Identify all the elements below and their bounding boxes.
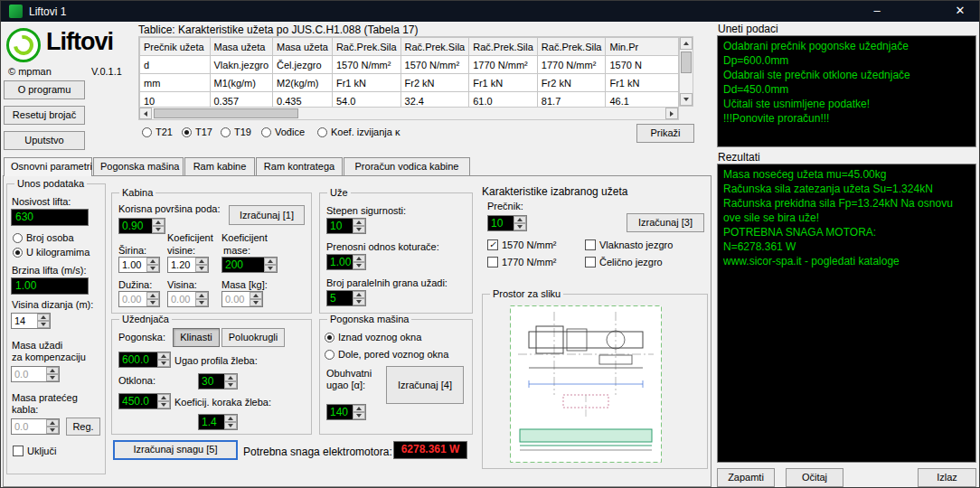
nosivost-field[interactable]: 630 bbox=[11, 209, 89, 226]
spin-up-icon[interactable] bbox=[157, 352, 170, 360]
spinner-buttons[interactable] bbox=[157, 394, 170, 408]
checkbox-celicno-jezgro[interactable]: Čelično jezgro bbox=[585, 257, 663, 267]
spin-down-icon[interactable] bbox=[37, 321, 50, 328]
spinner-buttons[interactable] bbox=[353, 219, 365, 233]
spin-down-icon[interactable] bbox=[46, 374, 59, 381]
load-button[interactable]: Očitaj bbox=[786, 468, 843, 487]
spin-down-icon[interactable] bbox=[353, 262, 365, 269]
visina-dizanja-spinner[interactable]: 14 bbox=[11, 313, 51, 329]
reg-button[interactable]: Reg. bbox=[66, 418, 100, 436]
spin-down-icon[interactable] bbox=[353, 412, 365, 419]
visina-spinner[interactable]: 0.00 bbox=[167, 291, 209, 307]
spin-down-icon[interactable] bbox=[152, 226, 165, 233]
spin-up-icon[interactable] bbox=[146, 258, 159, 265]
reset-counter-button[interactable]: Resetuj brojač bbox=[4, 106, 85, 125]
scroll-right-icon[interactable] bbox=[665, 108, 678, 119]
spinner-buttons[interactable] bbox=[37, 314, 50, 328]
obuhvatni-ugao-spinner[interactable]: 140 bbox=[326, 404, 366, 420]
spin-up-icon[interactable] bbox=[264, 258, 277, 265]
spinner-buttons[interactable] bbox=[224, 415, 237, 429]
spin-up-icon[interactable] bbox=[353, 255, 365, 262]
spinner-buttons[interactable] bbox=[195, 292, 208, 306]
radio-broj-osoba[interactable]: Broj osoba bbox=[13, 232, 74, 243]
spin-up-icon[interactable] bbox=[353, 405, 365, 412]
spinner-buttons[interactable] bbox=[250, 292, 262, 306]
tab-osnovni-parametri[interactable]: Osnovni parametri bbox=[4, 157, 92, 176]
korisna-povrsina-spinner[interactable]: 0.90 bbox=[118, 218, 165, 234]
spinner-buttons[interactable] bbox=[264, 258, 277, 272]
precnik-spinner[interactable]: 10 bbox=[487, 215, 527, 231]
pogonska-precnik-spinner[interactable]: 600.0 bbox=[118, 352, 171, 368]
tab-proracun-vodica[interactable]: Proračun vodica kabine bbox=[344, 157, 470, 175]
spin-up-icon[interactable] bbox=[152, 219, 165, 226]
checkbox-vlaknasto-jezgro[interactable]: Vlaknasto jezgro bbox=[585, 239, 673, 250]
radio-t19[interactable]: T19 bbox=[221, 127, 251, 137]
spinner-buttons[interactable] bbox=[46, 419, 59, 434]
spinner-buttons[interactable] bbox=[353, 405, 365, 419]
tab-pogonska-masina[interactable]: Pogonska mašina bbox=[93, 157, 184, 175]
spin-down-icon[interactable] bbox=[224, 381, 237, 389]
izracunaj-1-button[interactable]: Izračunaj [1] bbox=[229, 205, 305, 225]
klinasti-button[interactable]: Klinasti bbox=[173, 328, 220, 347]
spinner-buttons[interactable] bbox=[146, 258, 159, 272]
spin-down-icon[interactable] bbox=[353, 226, 365, 233]
radio-dole-pored[interactable]: Dole, pored voznog okna bbox=[325, 349, 448, 360]
izracunaj-3-button[interactable]: Izračunaj [3] bbox=[627, 213, 704, 232]
sirina-spinner[interactable]: 1.00 bbox=[118, 257, 160, 273]
spin-up-icon[interactable] bbox=[37, 314, 50, 321]
koef-koraka-spinner[interactable]: 1.4 bbox=[198, 414, 238, 430]
show-table-button[interactable]: Prikaži bbox=[636, 124, 694, 143]
scroll-up-icon[interactable] bbox=[680, 37, 693, 50]
radio-koef-izvijanja[interactable]: Koef. izvijanja κ bbox=[317, 127, 400, 137]
spin-down-icon[interactable] bbox=[224, 422, 237, 429]
izracunaj-snagu-button[interactable]: Izračunaj snagu [5] bbox=[113, 440, 238, 460]
spin-up-icon[interactable] bbox=[46, 367, 59, 374]
stepen-sigurnosti-spinner[interactable]: 10 bbox=[326, 218, 366, 234]
spin-down-icon[interactable] bbox=[195, 265, 208, 272]
otklona-spinner[interactable]: 450.0 bbox=[118, 393, 171, 409]
save-button[interactable]: Zapamti bbox=[717, 468, 775, 487]
koef-mase-spinner[interactable]: 200 bbox=[221, 257, 278, 273]
spin-down-icon[interactable] bbox=[146, 265, 159, 272]
checkbox-1570[interactable]: ✓1570 N/mm² bbox=[487, 239, 557, 250]
koef-visine-spinner[interactable]: 1.20 bbox=[167, 257, 209, 273]
spin-up-icon[interactable] bbox=[46, 419, 59, 427]
masa-spinner[interactable]: 0.00 bbox=[221, 291, 263, 307]
spin-up-icon[interactable] bbox=[157, 394, 170, 401]
spinner-buttons[interactable] bbox=[195, 258, 208, 272]
spin-down-icon[interactable] bbox=[514, 223, 526, 230]
rope-table-scroll-area[interactable]: Prečnik užeta Masa užeta Masa užeta Rač.… bbox=[138, 36, 679, 107]
spinner-buttons[interactable] bbox=[46, 367, 59, 381]
broj-grana-spinner[interactable]: 5 bbox=[326, 290, 366, 306]
minimize-button[interactable]: – bbox=[856, 1, 898, 22]
spinner-buttons[interactable] bbox=[157, 352, 170, 367]
spin-down-icon[interactable] bbox=[46, 427, 59, 434]
radio-u-kilogramima[interactable]: U kilogramima bbox=[13, 247, 90, 258]
spin-down-icon[interactable] bbox=[146, 299, 159, 306]
spin-up-icon[interactable] bbox=[353, 291, 365, 298]
horizontal-scroll-thumb[interactable] bbox=[154, 108, 298, 118]
spin-down-icon[interactable] bbox=[157, 360, 170, 367]
spin-down-icon[interactable] bbox=[250, 299, 262, 306]
spin-up-icon[interactable] bbox=[250, 292, 262, 299]
spinner-buttons[interactable] bbox=[224, 374, 237, 389]
radio-t17[interactable]: T17 bbox=[182, 127, 212, 137]
spin-up-icon[interactable] bbox=[224, 374, 237, 381]
masa-uzadi-spinner[interactable]: 0.0 bbox=[11, 366, 60, 382]
prenosni-odnos-spinner[interactable]: 1.00 bbox=[326, 254, 366, 270]
tab-ram-kontratega[interactable]: Ram kontratega bbox=[256, 157, 343, 175]
spin-down-icon[interactable] bbox=[195, 299, 208, 306]
tab-ram-kabine[interactable]: Ram kabine bbox=[184, 157, 255, 175]
scroll-down-icon[interactable] bbox=[680, 93, 693, 106]
radio-vodice[interactable]: Vođice bbox=[261, 127, 305, 137]
table-vertical-scrollbar[interactable] bbox=[679, 36, 693, 107]
poluokrugli-button[interactable]: Poluokrugli bbox=[221, 328, 285, 347]
vertical-scroll-thumb[interactable] bbox=[681, 52, 692, 73]
scroll-left-icon[interactable] bbox=[139, 108, 152, 119]
duzina-spinner[interactable]: 0.00 bbox=[118, 291, 160, 307]
izracunaj-4-button[interactable]: Izračunaj [4] bbox=[386, 366, 464, 404]
spin-up-icon[interactable] bbox=[195, 292, 208, 299]
spin-up-icon[interactable] bbox=[195, 258, 208, 265]
table-horizontal-scrollbar[interactable] bbox=[138, 107, 679, 120]
spinner-buttons[interactable] bbox=[152, 219, 165, 233]
